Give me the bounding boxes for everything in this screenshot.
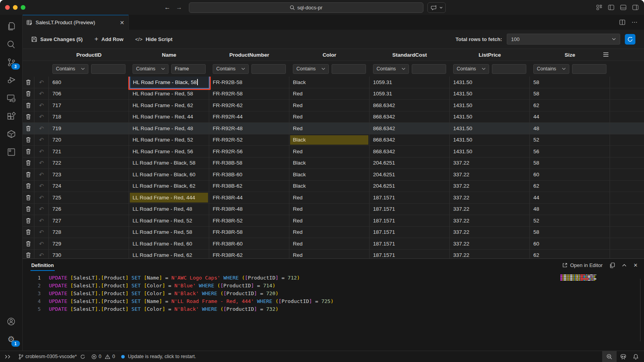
accounts-icon[interactable]: [2, 312, 21, 330]
grid-cell[interactable]: LL Road Frame - Red, 58: [129, 227, 209, 238]
grid-cell[interactable]: FR-R38R-48: [209, 204, 289, 215]
delete-row-button[interactable]: [23, 77, 34, 88]
source-control-icon[interactable]: 3: [2, 53, 21, 71]
grid-cell[interactable]: 722: [49, 158, 129, 169]
filter-operator-select[interactable]: Contains: [293, 64, 329, 74]
zoom-status-button[interactable]: [602, 351, 617, 362]
filter-input-standardcost[interactable]: [412, 64, 446, 74]
split-editor-icon[interactable]: [619, 20, 625, 25]
delete-row-button[interactable]: [23, 88, 34, 100]
explorer-icon[interactable]: [2, 17, 21, 35]
grid-cell[interactable]: Red: [289, 123, 370, 134]
notifications-bell-icon[interactable]: [630, 351, 644, 362]
grid-cell[interactable]: 1059.31: [370, 88, 450, 100]
problems-status[interactable]: 0 0: [88, 351, 118, 362]
database-projects-icon[interactable]: [2, 143, 21, 161]
cell-edit-input[interactable]: HL Road Frame - Black, 58: [129, 77, 210, 89]
toggle-secondary-sidebar-icon[interactable]: [632, 5, 639, 10]
grid-cell[interactable]: 187.1571: [370, 192, 450, 204]
grid-cell[interactable]: 58: [530, 77, 610, 88]
grid-cell[interactable]: Red: [289, 192, 370, 204]
grid-cell[interactable]: HL Road Frame - Red, 52: [129, 134, 209, 146]
grid-cell[interactable]: 730: [49, 250, 129, 259]
grid-cell[interactable]: 868.6342: [370, 134, 450, 146]
grid-cell[interactable]: 717: [49, 100, 129, 111]
close-window-button[interactable]: [5, 5, 10, 10]
grid-cell[interactable]: Red: [289, 100, 370, 111]
filter-operator-select[interactable]: Contains: [133, 64, 169, 74]
undo-row-button[interactable]: ↶: [34, 250, 49, 259]
grid-cell[interactable]: 187.1571: [370, 250, 450, 259]
command-center-search[interactable]: sql-docs-pr: [189, 2, 423, 13]
column-header-name[interactable]: Name: [129, 49, 209, 61]
grid-cell[interactable]: FR-R92R-56: [209, 146, 289, 158]
column-header-productnumber[interactable]: ProductNumber: [209, 49, 289, 61]
back-button[interactable]: ←: [164, 4, 170, 11]
grid-cell[interactable]: 724: [49, 181, 129, 192]
extensions-icon[interactable]: [2, 107, 21, 125]
grid-cell[interactable]: FR-R92R-58: [209, 88, 289, 100]
grid-cell[interactable]: 1431.50: [450, 134, 530, 146]
delete-row-button[interactable]: [23, 192, 34, 204]
filter-input-color[interactable]: [332, 64, 366, 74]
forward-button[interactable]: →: [176, 4, 182, 11]
grid-cell[interactable]: LL Road Frame - Red, 444: [129, 192, 209, 204]
grid-cell[interactable]: 337.22: [450, 215, 530, 227]
grid-cell[interactable]: 187.1571: [370, 215, 450, 227]
grid-cell[interactable]: Black: [289, 134, 370, 146]
grid-cell[interactable]: Black: [289, 77, 370, 88]
grid-cell[interactable]: Red: [289, 215, 370, 227]
grid-cell[interactable]: 868.6342: [370, 111, 450, 123]
filter-input-productnumber[interactable]: [251, 64, 286, 74]
grid-cell[interactable]: 868.6342: [370, 100, 450, 111]
grid-cell[interactable]: FR-R92R-52: [209, 134, 289, 146]
minimize-window-button[interactable]: [13, 5, 18, 10]
undo-row-button[interactable]: ↶: [34, 204, 49, 215]
grid-cell[interactable]: FR-R38R-62: [209, 250, 289, 259]
grid-cell[interactable]: 337.22: [450, 204, 530, 215]
delete-row-button[interactable]: [23, 250, 34, 259]
zoom-window-button[interactable]: [21, 5, 25, 10]
grid-cell[interactable]: 1431.50: [450, 123, 530, 134]
filter-input-productid[interactable]: [91, 64, 126, 74]
grid-cell[interactable]: 720: [49, 134, 129, 146]
grid-cell[interactable]: 52: [530, 215, 610, 227]
grid-cell[interactable]: FR-R38R-60: [209, 238, 289, 250]
grid-cell[interactable]: HL Road Frame - Black, 58: [129, 77, 209, 88]
grid-cell[interactable]: FR-R38B-62: [209, 181, 289, 192]
filter-input-size[interactable]: [572, 64, 606, 74]
settings-gear-icon[interactable]: ⚙ 1: [2, 330, 21, 348]
grid-cell[interactable]: 44: [530, 192, 610, 204]
minimap[interactable]: [560, 274, 596, 281]
grid-cell[interactable]: HL Road Frame - Red, 48: [129, 123, 209, 134]
filter-operator-select[interactable]: Contains: [373, 64, 409, 74]
delete-row-button[interactable]: [23, 111, 34, 123]
undo-row-button[interactable]: ↶: [34, 134, 49, 146]
undo-row-button[interactable]: ↶: [34, 111, 49, 123]
grid-cell[interactable]: FR-R38R-58: [209, 227, 289, 238]
filter-operator-select[interactable]: Contains: [533, 64, 569, 74]
delete-row-button[interactable]: [23, 123, 34, 134]
grid-cell[interactable]: HL Road Frame - Red, 44: [129, 111, 209, 123]
grid-cell[interactable]: 1431.50: [450, 77, 530, 88]
grid-cell[interactable]: Red: [289, 204, 370, 215]
grid-cell[interactable]: 723: [49, 169, 129, 181]
grid-cell[interactable]: Red: [289, 250, 370, 259]
grid-cell[interactable]: Black: [289, 181, 370, 192]
column-header-productid[interactable]: ProductID: [49, 49, 129, 61]
grid-cell[interactable]: 58: [530, 158, 610, 169]
delete-row-button[interactable]: [23, 227, 34, 238]
grid-cell[interactable]: 868.6342: [370, 146, 450, 158]
undo-row-button[interactable]: ↶: [34, 238, 49, 250]
grid-cell[interactable]: 1059.31: [370, 77, 450, 88]
grid-cell[interactable]: HL Road Frame - Red, 58: [129, 88, 209, 100]
run-debug-icon[interactable]: [2, 71, 21, 89]
grid-cell[interactable]: 56: [530, 146, 610, 158]
search-sidebar-icon[interactable]: [2, 35, 21, 53]
sql-code-editor[interactable]: 1UPDATE [SalesLT].[Product] SET [Name] =…: [23, 272, 644, 351]
grid-cell[interactable]: 62: [530, 250, 610, 259]
delete-row-button[interactable]: [23, 146, 34, 158]
undo-row-button[interactable]: ↶: [34, 181, 49, 192]
grid-cell[interactable]: 58: [530, 227, 610, 238]
toggle-panel-icon[interactable]: [620, 5, 626, 10]
